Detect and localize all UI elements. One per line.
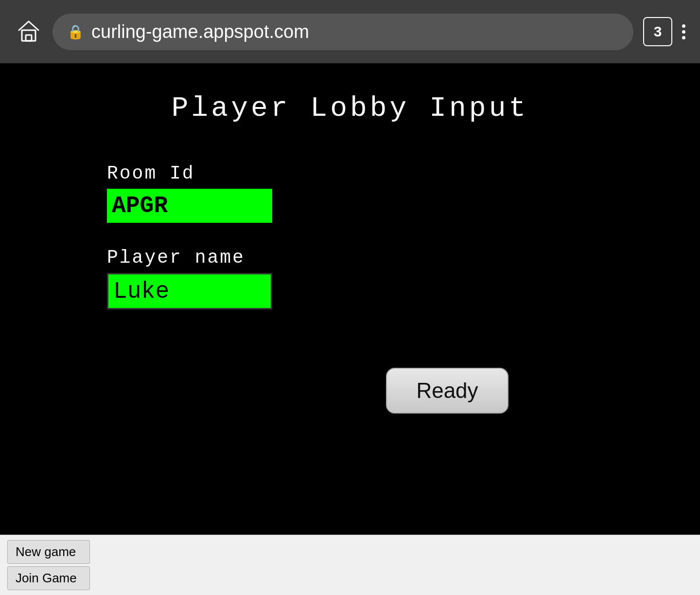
player-name-input[interactable] (107, 273, 272, 309)
player-name-label: Player name (107, 247, 399, 268)
more-dot-2 (682, 30, 685, 34)
new-game-button[interactable]: New game (7, 540, 90, 564)
svg-rect-1 (26, 35, 32, 41)
game-title: Player Lobby Input (172, 92, 529, 124)
home-button[interactable] (15, 17, 43, 47)
game-area: Player Lobby Input Room Id Player name R… (0, 63, 700, 535)
url-text: curling-game.appspot.com (91, 21, 309, 42)
tab-count-label: 3 (654, 23, 662, 40)
home-icon (17, 19, 40, 43)
more-dot-3 (682, 36, 685, 39)
browser-chrome: 🔒 curling-game.appspot.com 3 (0, 0, 700, 63)
bottom-bar: New game Join Game (0, 535, 700, 595)
ready-button[interactable]: Ready (386, 368, 508, 414)
more-menu-button[interactable] (682, 24, 685, 39)
form-container: Room Id Player name (107, 163, 399, 348)
more-dot-1 (682, 24, 685, 28)
address-bar[interactable]: 🔒 curling-game.appspot.com (52, 14, 633, 50)
tab-count-button[interactable]: 3 (643, 17, 672, 46)
room-id-input[interactable] (107, 189, 272, 223)
lock-icon: 🔒 (67, 24, 84, 40)
room-id-label: Room Id (107, 163, 399, 184)
join-game-button[interactable]: Join Game (7, 566, 90, 590)
ready-button-container: Ready (97, 368, 700, 414)
